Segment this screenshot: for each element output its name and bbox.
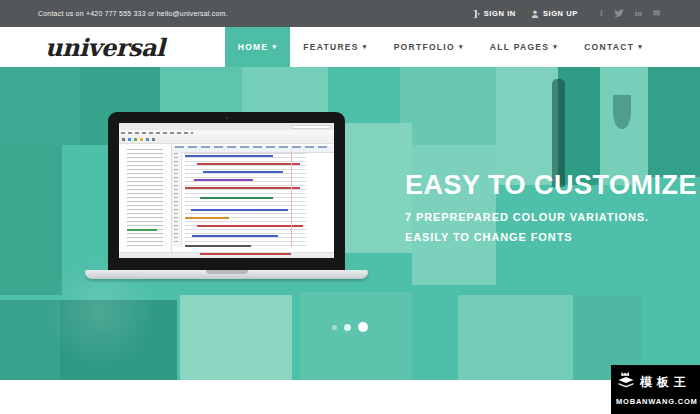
slide-heading: EASY TO CUSTOMIZE (405, 170, 697, 201)
nav-label: FEATURES (303, 42, 359, 52)
photo-tile (300, 292, 412, 380)
editor-titlebar (119, 123, 334, 130)
chevron-down-icon: ▾ (272, 43, 277, 51)
mobanwang-logo-icon (616, 370, 636, 394)
webcam-dot (226, 117, 228, 119)
photo-tile (0, 67, 80, 145)
hero-slider: EASY TO CUSTOMIZE 7 PREPREPARED COLOUR V… (0, 67, 700, 380)
line-number-gutter (172, 151, 182, 247)
site-logo[interactable]: universal (45, 33, 165, 62)
laptop-base (85, 270, 368, 279)
laptop-screen (108, 112, 345, 270)
chevron-down-icon: ▾ (363, 43, 368, 51)
code-editor-screenshot (119, 123, 334, 258)
carousel-dots (0, 320, 700, 334)
wine-glass-photo (613, 95, 631, 129)
code-line (185, 155, 273, 157)
slide-subline-1: 7 PREPREPARED COLOUR VARIATIONS. (405, 211, 697, 223)
photo-tile (496, 67, 558, 185)
nav-item-all-pages[interactable]: ALL PAGES ▾ (477, 27, 571, 67)
watermark-domain: MOBANWANG.COM (616, 397, 696, 406)
code-line (185, 187, 300, 189)
code-line (197, 163, 300, 165)
nav-item-home[interactable]: HOME ▾ (225, 27, 291, 67)
facebook-icon[interactable]: f (600, 9, 603, 18)
slide-subline-2: EASILY TO CHANGE FONTS (405, 231, 697, 243)
editor-search-field (291, 125, 331, 129)
photo-tile (400, 67, 496, 145)
sign-in-label: SIGN IN (484, 9, 516, 18)
column-ruler (291, 151, 292, 247)
code-line (185, 217, 229, 219)
user-icon (531, 10, 539, 18)
footer-strip (0, 380, 700, 414)
chevron-down-icon: ▾ (553, 43, 558, 51)
nav-label: CONTACT (584, 42, 634, 52)
carousel-dot-2[interactable] (344, 324, 351, 331)
nav-item-contact[interactable]: CONTACT ▾ (571, 27, 656, 67)
carousel-dot-3-active[interactable] (358, 322, 368, 332)
code-line (192, 235, 277, 237)
nav-label: PORTFOLIO (394, 42, 455, 52)
top-bar: Contact us on +420 777 555 333 or hello@… (0, 0, 700, 27)
laptop-image (85, 112, 368, 279)
linkedin-icon[interactable]: in (635, 9, 642, 18)
landing-page: Contact us on +420 777 555 333 or hello@… (0, 0, 700, 414)
photo-tile (458, 295, 573, 380)
photo-tile (180, 295, 292, 380)
nav-label: HOME (238, 42, 269, 52)
code-line (203, 171, 284, 173)
nav-item-features[interactable]: FEATURES ▾ (290, 27, 380, 67)
twitter-icon[interactable] (614, 9, 624, 18)
watermark-header: 模板王 (616, 370, 696, 394)
code-line (191, 209, 288, 211)
watermark-title: 模板王 (640, 374, 691, 391)
photo-tile (648, 67, 700, 177)
social-links: f in ✉ (600, 9, 660, 18)
file-tree-panel (119, 144, 172, 252)
editor-body (119, 144, 334, 252)
main-nav: HOME ▾ FEATURES ▾ PORTFOLIO ▾ ALL PAGES … (225, 27, 656, 67)
editor-toolbar (119, 135, 334, 144)
code-line (197, 225, 303, 227)
sign-up-label: SIGN UP (543, 9, 578, 18)
sign-up-button[interactable]: SIGN UP (531, 9, 578, 18)
site-header: universal HOME ▾ FEATURES ▾ PORTFOLIO ▾ … (0, 27, 700, 67)
code-line (185, 245, 251, 247)
code-area (172, 144, 334, 252)
editor-menubar (119, 130, 334, 135)
nav-label: ALL PAGES (490, 42, 550, 52)
sign-in-icon (472, 10, 480, 18)
sign-in-button[interactable]: SIGN IN (472, 9, 516, 18)
code-line (200, 253, 291, 255)
auth-links: SIGN IN SIGN UP (472, 9, 578, 18)
laptop-notch (206, 270, 248, 274)
code-lines (185, 153, 332, 246)
code-line (200, 197, 274, 199)
email-icon[interactable]: ✉ (653, 9, 660, 18)
nav-item-portfolio[interactable]: PORTFOLIO ▾ (381, 27, 477, 67)
slide-copy: EASY TO CUSTOMIZE 7 PREPREPARED COLOUR V… (405, 170, 697, 243)
code-line (194, 179, 253, 181)
contact-info: Contact us on +420 777 555 333 or hello@… (38, 10, 228, 17)
mobanwang-watermark[interactable]: 模板王 MOBANWANG.COM (611, 365, 700, 414)
editor-tabs (172, 146, 334, 153)
carousel-dot-1[interactable] (332, 325, 337, 330)
chevron-down-icon: ▾ (638, 43, 643, 51)
chevron-down-icon: ▾ (459, 43, 464, 51)
